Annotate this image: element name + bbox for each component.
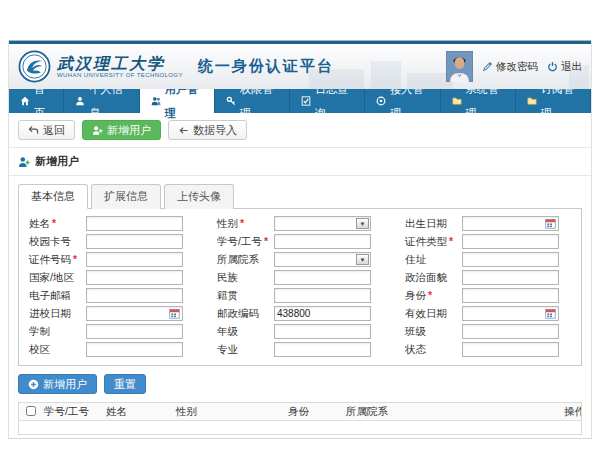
enroll-date-input[interactable] — [86, 306, 183, 321]
home-icon — [20, 96, 30, 106]
field-label: 籍贯 — [217, 289, 274, 303]
field-label: 进校日期 — [29, 307, 86, 321]
add-user-label: 新增用户 — [107, 123, 151, 138]
required-asterisk: * — [264, 235, 268, 247]
university-logo-icon — [18, 50, 51, 83]
users-icon — [151, 96, 161, 106]
back-label: 返回 — [43, 123, 65, 138]
form-field-email: 电子邮箱 — [29, 288, 195, 303]
user-add-icon — [92, 125, 103, 136]
birth-date-input[interactable] — [462, 216, 559, 231]
table-empty-row — [19, 421, 581, 434]
country-region-input[interactable] — [86, 270, 183, 285]
ethnicity-input[interactable] — [274, 270, 371, 285]
form-field-department: 所属院系▼ — [217, 252, 383, 267]
form-field-country-region: 国家/地区 — [29, 270, 195, 285]
table-col-identity: 身份 — [285, 405, 343, 419]
folder-icon — [527, 96, 537, 106]
form-field-ethnicity: 民族 — [217, 270, 383, 285]
field-label: 证件类型* — [405, 235, 462, 249]
data-import-label: 数据导入 — [193, 123, 237, 138]
platform-title: 统一身份认证平台 — [198, 57, 334, 76]
tab-extended-info[interactable]: 扩展信息 — [91, 184, 161, 209]
required-asterisk: * — [240, 217, 244, 229]
field-label: 出生日期 — [405, 217, 462, 231]
address-input[interactable] — [462, 252, 559, 267]
nav-item-personal-info[interactable]: 个人信息 — [64, 89, 139, 113]
nav-item-access-mgmt[interactable]: 接入管理 — [365, 89, 440, 113]
logout-link[interactable]: 退出 — [547, 60, 582, 74]
field-label: 校区 — [29, 343, 86, 357]
native-place-input[interactable] — [274, 288, 371, 303]
campus-card-no-input[interactable] — [86, 234, 183, 249]
form-field-major: 专业 — [217, 342, 383, 357]
back-button[interactable]: 返回 — [18, 120, 75, 140]
class-input[interactable] — [462, 324, 559, 339]
status-input[interactable] — [462, 342, 559, 357]
field-label: 所属院系 — [217, 253, 274, 267]
logout-label: 退出 — [561, 60, 582, 74]
form-field-class: 班级 — [405, 324, 571, 339]
campus-input[interactable] — [86, 342, 183, 357]
change-password-link[interactable]: 修改密码 — [482, 60, 538, 74]
app-header: 武汉理工大学 WUHAN UNIVERSITY OF TECHNOLOGY 统一… — [9, 44, 591, 89]
table-col-name: 姓名 — [103, 405, 173, 419]
required-asterisk: * — [73, 253, 77, 265]
nav-item-subscription-mgmt[interactable]: 订阅管理 — [516, 89, 591, 113]
form-field-valid-date: 有效日期 — [405, 306, 571, 321]
nav-item-user-mgmt[interactable]: 用户管理 — [140, 89, 215, 113]
id-type-input[interactable] — [462, 234, 559, 249]
table-col-department: 所属院系 — [343, 405, 561, 419]
form-field-name: 姓名* — [29, 216, 195, 231]
section-header: 新增用户 — [9, 148, 591, 176]
field-label: 邮政编码 — [217, 307, 274, 321]
field-label: 住址 — [405, 253, 462, 267]
field-label: 身份* — [405, 289, 462, 303]
schooling-length-input[interactable] — [86, 324, 183, 339]
identity-input[interactable] — [462, 288, 559, 303]
pencil-icon — [482, 61, 493, 72]
dropdown-arrow-icon[interactable]: ▼ — [356, 254, 369, 265]
gender-input[interactable]: ▼ — [274, 216, 371, 231]
name-input[interactable] — [86, 216, 183, 231]
student-no-input[interactable] — [274, 234, 371, 249]
form-field-id-type: 证件类型* — [405, 234, 571, 249]
nav-item-permission-mgmt[interactable]: 权限管理 — [215, 89, 290, 113]
tab-label: 基本信息 — [31, 190, 75, 202]
tab-area: 基本信息扩展信息上传头像 — [9, 176, 591, 209]
grade-input[interactable] — [274, 324, 371, 339]
key-icon — [226, 96, 236, 106]
university-name-cn: 武汉理工大学 — [57, 55, 183, 72]
field-label: 国家/地区 — [29, 271, 86, 285]
add-user-button[interactable]: 新增用户 — [82, 120, 161, 140]
calendar-icon — [545, 218, 556, 229]
id-number-input[interactable] — [86, 252, 183, 267]
submit-add-user-button[interactable]: 新增用户 — [18, 374, 97, 394]
header-user-area: 修改密码 退出 — [446, 51, 582, 82]
back-icon — [28, 125, 39, 136]
email-input[interactable] — [86, 288, 183, 303]
field-label: 有效日期 — [405, 307, 462, 321]
field-label: 证件号码* — [29, 253, 86, 267]
nav-item-system-mgmt[interactable]: 系统管理 — [441, 89, 516, 113]
postal-code-input[interactable]: 438800 — [274, 306, 371, 321]
users-table-header: 学号/工号姓名性别身份所属院系操作 — [19, 403, 581, 421]
tab-basic-info[interactable]: 基本信息 — [18, 184, 88, 209]
select-all-checkbox[interactable] — [26, 406, 36, 416]
valid-date-input[interactable] — [462, 306, 559, 321]
tab-upload-avatar[interactable]: 上传头像 — [164, 184, 234, 209]
form-actions: 新增用户 重置 — [9, 366, 591, 402]
form-field-campus-card-no: 校园卡号 — [29, 234, 195, 249]
nav-item-home[interactable]: 首页 — [9, 89, 64, 113]
user-avatar[interactable] — [446, 51, 473, 82]
field-value: 438800 — [277, 308, 310, 319]
political-status-input[interactable] — [462, 270, 559, 285]
dropdown-arrow-icon[interactable]: ▼ — [356, 218, 369, 229]
nav-item-log-query[interactable]: 日志查询 — [290, 89, 365, 113]
reset-button[interactable]: 重置 — [104, 374, 146, 394]
users-table: 学号/工号姓名性别身份所属院系操作 — [18, 402, 582, 435]
major-input[interactable] — [274, 342, 371, 357]
department-input[interactable]: ▼ — [274, 252, 371, 267]
page-content: 返回 新增用户 数据导入 新增用户 基本信息扩展信息上传头像 — [9, 113, 591, 435]
data-import-button[interactable]: 数据导入 — [168, 120, 247, 140]
